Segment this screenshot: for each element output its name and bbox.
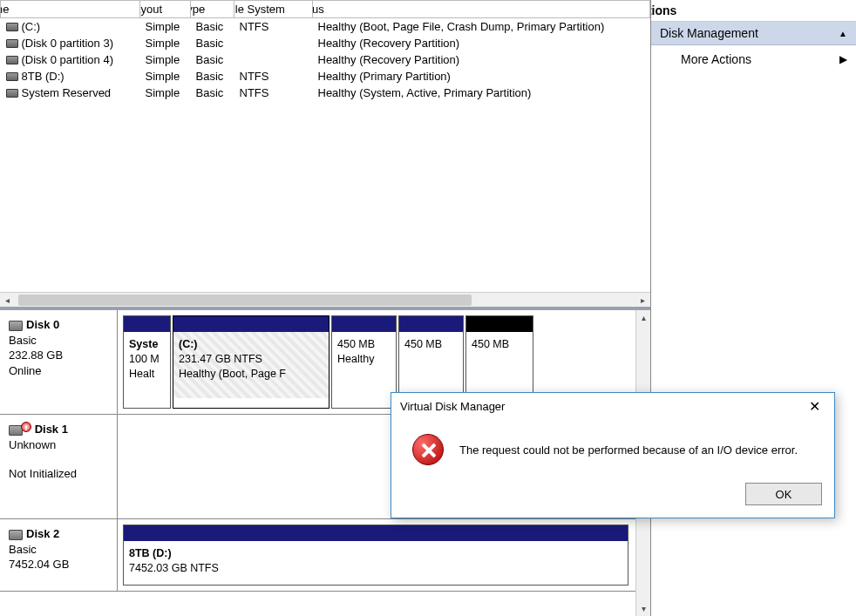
partition-stripe — [399, 316, 463, 332]
error-icon — [412, 434, 444, 465]
partition-stripe — [124, 525, 628, 541]
error-badge-icon: ! — [21, 422, 31, 432]
partition-status: Healthy — [337, 353, 374, 365]
disk-type: Unknown — [9, 437, 112, 453]
volume-row[interactable]: (Disk 0 partition 4) Simple Basic Health… — [1, 51, 650, 68]
partition-size: 450 MB — [337, 338, 375, 350]
volume-layout: Simple — [140, 51, 191, 68]
disk-type: Basic — [9, 542, 112, 558]
partition-label: Syste — [129, 338, 158, 350]
partition-status: Healthy (Boot, Page F — [179, 368, 286, 380]
dialog-message: The request could not be performed becau… — [459, 443, 798, 457]
volume-row[interactable]: (C:) Simple Basic NTFS Healthy (Boot, Pa… — [1, 18, 650, 36]
scroll-right-icon[interactable]: ▸ — [635, 293, 650, 308]
volume-list: Volume Layout Type File System Status (C… — [0, 0, 650, 307]
volume-type: Basic — [191, 35, 234, 51]
col-status[interactable]: Status — [313, 1, 650, 18]
volume-status: Healthy (Recovery Partition) — [313, 51, 650, 68]
actions-section-label: Disk Management — [660, 26, 758, 40]
partition-status: Healt — [129, 368, 154, 380]
disk-state: Not Initialized — [9, 466, 112, 482]
volume-fs — [234, 35, 313, 51]
volume-fs: NTFS — [234, 85, 313, 101]
volume-layout: Simple — [140, 18, 191, 36]
chevron-right-icon: ▶ — [839, 53, 847, 65]
scroll-down-icon[interactable]: ▾ — [636, 601, 650, 616]
volume-fs: NTFS — [234, 68, 313, 85]
partition-size: 231.47 GB NTFS — [179, 353, 262, 365]
volume-status: Healthy (Recovery Partition) — [313, 35, 650, 51]
partition-size: 450 MB — [472, 338, 509, 350]
partition[interactable]: 450 MB Healthy — [331, 315, 397, 409]
col-layout[interactable]: Layout — [140, 1, 191, 18]
volume-name: System Reserved — [22, 86, 112, 99]
volume-type: Basic — [191, 85, 234, 101]
partition-stripe — [466, 316, 533, 332]
partition-label: 8TB (D:) — [129, 547, 172, 559]
volume-fs — [234, 51, 313, 68]
actions-more-label: More Actions — [681, 52, 751, 66]
disk-title: Disk 0 — [26, 318, 59, 331]
volume-status: Healthy (System, Active, Primary Partiti… — [313, 85, 650, 101]
disk-info[interactable]: Disk 2 Basic 7452.04 GB — [0, 519, 118, 591]
volume-type: Basic — [191, 68, 234, 85]
disk-type: Basic — [9, 333, 112, 349]
partition-stripe — [332, 316, 396, 332]
volume-layout: Simple — [140, 68, 191, 85]
volume-name: (C:) — [22, 20, 41, 33]
volume-fs: NTFS — [234, 18, 313, 36]
partition[interactable]: Syste 100 M Healt — [123, 315, 171, 409]
actions-pane: Actions Disk Management ▲ More Actions ▶ — [651, 0, 856, 616]
volume-type: Basic — [191, 51, 234, 68]
disk-icon — [6, 23, 18, 31]
volume-name: (Disk 0 partition 4) — [22, 53, 113, 66]
scroll-up-icon[interactable]: ▴ — [636, 310, 650, 325]
partition-label: (C:) — [179, 338, 198, 350]
disk-size: 232.88 GB — [9, 348, 112, 363]
disk-info[interactable]: ! Disk 1 Unknown Not Initialized — [0, 415, 118, 518]
disk-icon — [6, 72, 18, 81]
disk-title: Disk 1 — [35, 423, 68, 436]
volume-status: Healthy (Primary Partition) — [313, 68, 650, 85]
disk-icon — [6, 89, 18, 98]
disk-info[interactable]: Disk 0 Basic 232.88 GB Online — [0, 310, 118, 414]
dialog-titlebar[interactable]: Virtual Disk Manager ✕ — [391, 393, 834, 420]
actions-more[interactable]: More Actions ▶ — [651, 45, 856, 73]
disk-icon — [6, 39, 18, 48]
partition-selected[interactable]: (C:) 231.47 GB NTFS Healthy (Boot, Page … — [173, 315, 329, 409]
chevron-up-icon: ▲ — [839, 29, 847, 38]
disk-icon — [9, 530, 23, 540]
disk-row: Disk 2 Basic 7452.04 GB 8TB (D:) 7452.03… — [0, 519, 635, 592]
scroll-thumb[interactable] — [18, 294, 472, 306]
partition-size: 7452.03 GB NTFS — [129, 562, 219, 574]
actions-section[interactable]: Disk Management ▲ — [651, 22, 856, 45]
volume-status: Healthy (Boot, Page File, Crash Dump, Pr… — [313, 18, 650, 36]
disk-icon — [6, 56, 18, 64]
partition-size: 100 M — [129, 353, 160, 365]
column-headers: Volume Layout Type File System Status — [1, 1, 650, 18]
col-volume[interactable]: Volume — [1, 1, 140, 18]
close-icon[interactable]: ✕ — [804, 398, 825, 415]
disk-state: Online — [9, 363, 112, 379]
volume-type: Basic — [191, 18, 234, 36]
dialog-title: Virtual Disk Manager — [400, 400, 505, 413]
disk-icon — [9, 321, 23, 331]
volume-name: (Disk 0 partition 3) — [22, 37, 113, 50]
volume-row[interactable]: (Disk 0 partition 3) Simple Basic Health… — [1, 35, 650, 51]
scroll-left-icon[interactable]: ◂ — [0, 293, 15, 308]
volume-layout: Simple — [140, 35, 191, 51]
col-type[interactable]: Type — [191, 1, 234, 18]
ok-button[interactable]: OK — [745, 483, 822, 505]
actions-header: Actions — [651, 0, 856, 22]
volume-name: 8TB (D:) — [22, 70, 65, 83]
horizontal-scrollbar[interactable]: ◂ ▸ — [0, 292, 650, 307]
partition-stripe — [173, 316, 329, 332]
volume-layout: Simple — [140, 85, 191, 101]
col-filesystem[interactable]: File System — [234, 1, 313, 18]
disk-size — [9, 452, 112, 466]
volume-row[interactable]: System Reserved Simple Basic NTFS Health… — [1, 85, 650, 101]
partition[interactable]: 8TB (D:) 7452.03 GB NTFS — [123, 525, 628, 586]
partition-stripe — [124, 316, 170, 332]
volume-row[interactable]: 8TB (D:) Simple Basic NTFS Healthy (Prim… — [1, 68, 650, 85]
error-dialog: Virtual Disk Manager ✕ The request could… — [391, 392, 835, 518]
